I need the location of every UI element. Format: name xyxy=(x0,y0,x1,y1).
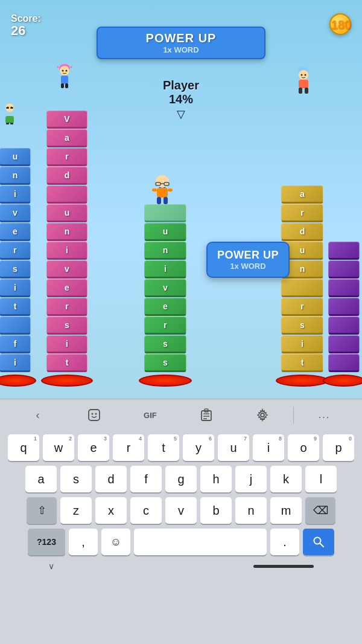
key-row-4: ?123 , ☺ . xyxy=(2,529,360,555)
svg-point-9 xyxy=(301,74,303,76)
block xyxy=(281,279,323,297)
key-y[interactable]: 6y xyxy=(183,434,214,461)
block: r xyxy=(144,317,186,335)
svg-point-2 xyxy=(62,70,64,72)
keyboard-settings-button[interactable] xyxy=(235,404,291,426)
search-key[interactable] xyxy=(303,529,334,555)
block xyxy=(328,317,360,335)
svg-rect-30 xyxy=(10,123,13,124)
key-u[interactable]: 7u xyxy=(218,434,249,461)
tower-purple-right-blocks xyxy=(328,242,360,372)
svg-rect-21 xyxy=(152,188,157,192)
red-ring-green xyxy=(139,375,192,387)
key-f[interactable]: f xyxy=(130,466,162,492)
block: r xyxy=(281,298,323,316)
block: s xyxy=(46,317,87,335)
block: i xyxy=(0,185,31,204)
keyboard-gif-button[interactable]: GIF xyxy=(122,404,178,426)
block: u xyxy=(144,223,186,241)
key-e[interactable]: 3e xyxy=(78,434,109,461)
key-o[interactable]: 9o xyxy=(288,434,319,461)
coin-value: 180 xyxy=(331,18,351,32)
period-key[interactable]: . xyxy=(270,529,299,555)
key-x[interactable]: x xyxy=(95,497,127,524)
key-row-1: 1q 2w 3e 4r 5t 6y 7u 8i 9o 0p xyxy=(2,434,360,461)
key-k[interactable]: k xyxy=(270,466,302,492)
svg-point-39 xyxy=(261,413,264,417)
delete-key[interactable]: ⌫ xyxy=(305,497,335,524)
block xyxy=(328,279,360,297)
key-i[interactable]: 8i xyxy=(253,434,284,461)
svg-point-8 xyxy=(299,70,308,80)
block: s xyxy=(281,317,323,335)
tower-pink-blocks: V a r d u n i v e r s i t xyxy=(46,111,87,372)
keyboard-back-button[interactable]: ‹ xyxy=(10,404,66,426)
svg-point-33 xyxy=(95,413,97,415)
block: e xyxy=(144,298,186,316)
red-ring-pink xyxy=(41,375,93,387)
key-j[interactable]: j xyxy=(235,466,267,492)
emoji-key[interactable]: ☺ xyxy=(101,529,130,555)
svg-point-10 xyxy=(305,74,306,76)
clipboard-icon xyxy=(200,408,212,422)
block: f xyxy=(0,335,31,353)
block xyxy=(46,185,87,204)
block: i xyxy=(0,354,31,372)
block: d xyxy=(281,223,323,241)
key-c[interactable]: c xyxy=(130,497,162,524)
key-b[interactable]: b xyxy=(200,497,232,524)
player-indicator: Player 14% ▽ xyxy=(163,79,199,121)
tower-yellow: a r d u n r s i t xyxy=(276,185,329,387)
block: n xyxy=(0,167,31,185)
key-d[interactable]: d xyxy=(95,466,127,492)
shift-key[interactable]: ⇧ xyxy=(27,497,57,524)
power-up-bar-title: POWER UP xyxy=(106,31,256,45)
svg-rect-13 xyxy=(305,88,308,94)
block: i xyxy=(46,335,87,353)
key-n[interactable]: n xyxy=(235,497,267,524)
keyboard-sticker-button[interactable] xyxy=(66,404,122,426)
tower-purple-right xyxy=(323,242,362,387)
key-m[interactable]: m xyxy=(270,497,302,524)
player-label: Player xyxy=(163,79,199,92)
key-a[interactable]: a xyxy=(25,466,57,492)
block xyxy=(328,298,360,316)
key-p[interactable]: 0p xyxy=(323,434,354,461)
numbers-key[interactable]: ?123 xyxy=(28,529,65,555)
key-t[interactable]: 5t xyxy=(148,434,179,461)
key-l[interactable]: l xyxy=(305,466,337,492)
block: r xyxy=(281,204,323,222)
key-row-3: ⇧ z x c v b n m ⌫ xyxy=(2,497,360,524)
svg-rect-31 xyxy=(89,410,100,420)
space-key[interactable] xyxy=(134,529,267,555)
character-side-left xyxy=(1,103,18,124)
keyboard-clipboard-button[interactable] xyxy=(179,404,235,426)
block: s xyxy=(144,335,186,353)
power-up-callout-subtitle: 1x WORD xyxy=(217,262,279,271)
comma-key[interactable]: , xyxy=(69,529,98,555)
key-g[interactable]: g xyxy=(165,466,197,492)
game-area: Score: 26 180 POWER UP 1x WORD Player 14… xyxy=(0,0,362,399)
red-ring-purple xyxy=(323,375,362,387)
power-up-bar-subtitle: 1x WORD xyxy=(106,45,256,54)
svg-rect-20 xyxy=(164,197,168,204)
keyboard-more-button[interactable]: ... xyxy=(296,404,352,426)
block: i xyxy=(281,335,323,353)
keyboard-collapse-button[interactable]: ∨ xyxy=(48,561,54,571)
block xyxy=(144,204,186,222)
key-q[interactable]: 1q xyxy=(8,434,39,461)
key-v[interactable]: v xyxy=(165,497,197,524)
red-ring-left xyxy=(0,375,36,387)
block xyxy=(0,317,31,335)
svg-rect-22 xyxy=(168,188,173,192)
key-w[interactable]: 2w xyxy=(43,434,74,461)
block: i xyxy=(144,260,186,279)
svg-rect-29 xyxy=(6,123,9,124)
tower-blue-left: u n i v e r s i t f i xyxy=(0,148,36,387)
key-s[interactable]: s xyxy=(60,466,92,492)
key-r[interactable]: 4r xyxy=(113,434,144,461)
svg-rect-18 xyxy=(157,188,168,198)
key-h[interactable]: h xyxy=(200,466,232,492)
tower-green-blocks: u n i v e r s s xyxy=(144,204,186,372)
key-z[interactable]: z xyxy=(60,497,92,524)
